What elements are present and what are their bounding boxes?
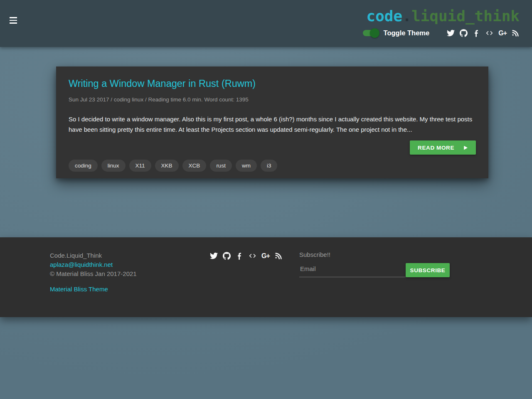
google-plus-icon[interactable]: G+ xyxy=(261,252,270,260)
footer-theme-link[interactable]: Material Bliss Theme xyxy=(50,285,137,294)
post-title[interactable]: Writing a Window Manager in Rust (Ruwm) xyxy=(69,78,476,89)
twitter-icon[interactable] xyxy=(210,252,218,260)
footer-email-link[interactable]: aplaza@liquidthink.net xyxy=(50,260,137,269)
menu-icon xyxy=(10,17,17,18)
header-social-links: G+ xyxy=(447,29,520,37)
github-icon[interactable] xyxy=(223,252,231,260)
email-input[interactable] xyxy=(299,262,406,277)
post-meta: Sun Jul 23 2017 / coding linux / Reading… xyxy=(69,96,476,103)
subscribe-section: Subscribe!! SUBSCRIBE xyxy=(299,251,450,277)
post-card: Writing a Window Manager in Rust (Ruwm) … xyxy=(56,66,488,178)
main-content: Writing a Window Manager in Rust (Ruwm) … xyxy=(0,47,532,218)
code-icon[interactable] xyxy=(485,29,493,37)
post-actions: READ MORE xyxy=(69,140,476,155)
facebook-icon[interactable] xyxy=(473,29,480,37)
footer-copyright: © Material Bliss Jan 2017-2021 xyxy=(50,269,137,278)
tag-linux[interactable]: linux xyxy=(101,160,126,172)
tag-wm[interactable]: wm xyxy=(236,160,257,172)
tag-xcb[interactable]: XCB xyxy=(182,160,207,172)
tag-i3[interactable]: i3 xyxy=(261,160,278,172)
read-more-button[interactable]: READ MORE xyxy=(410,140,476,155)
footer-social-links: G+ xyxy=(210,252,283,260)
logo-part-code: code xyxy=(367,7,403,25)
post-tags: coding linux X11 XKB XCB rust wm i3 xyxy=(69,160,476,172)
footer: Code.Liquid_Think aplaza@liquidthink.net… xyxy=(0,237,532,317)
menu-button[interactable] xyxy=(10,17,17,24)
logo-dot: . xyxy=(402,7,411,25)
footer-info: Code.Liquid_Think aplaza@liquidthink.net… xyxy=(50,251,137,294)
google-plus-icon[interactable]: G+ xyxy=(498,29,507,37)
rss-icon[interactable] xyxy=(275,252,283,260)
facebook-icon[interactable] xyxy=(236,252,244,260)
theme-toggle-label: Toggle Theme xyxy=(384,29,430,37)
subscribe-form: SUBSCRIBE xyxy=(299,262,450,277)
header: code.liquid_think Toggle Theme G+ xyxy=(0,0,532,47)
tag-rust[interactable]: rust xyxy=(210,160,232,172)
github-icon[interactable] xyxy=(460,29,468,37)
subscribe-button[interactable]: SUBSCRIBE xyxy=(406,263,450,277)
tag-coding[interactable]: coding xyxy=(69,160,98,172)
read-more-label: READ MORE xyxy=(418,145,454,151)
logo-part-liquidthink: liquid_think xyxy=(411,7,520,25)
theme-toggle[interactable] xyxy=(363,30,378,36)
post-excerpt: So I decided to write a window manager. … xyxy=(69,114,476,135)
site-logo[interactable]: code.liquid_think xyxy=(363,9,520,24)
code-icon[interactable] xyxy=(249,252,256,260)
footer-site-name: Code.Liquid_Think xyxy=(50,251,137,260)
header-right: code.liquid_think Toggle Theme G+ xyxy=(363,9,520,38)
theme-toggle-knob xyxy=(370,28,379,38)
rss-icon[interactable] xyxy=(512,29,520,37)
tag-xkb[interactable]: XKB xyxy=(155,160,179,172)
header-toolbar: Toggle Theme G+ xyxy=(363,27,520,38)
tag-x11[interactable]: X11 xyxy=(129,160,151,172)
subscribe-heading: Subscribe!! xyxy=(299,251,450,258)
play-arrow-icon xyxy=(463,145,468,150)
twitter-icon[interactable] xyxy=(447,29,455,37)
